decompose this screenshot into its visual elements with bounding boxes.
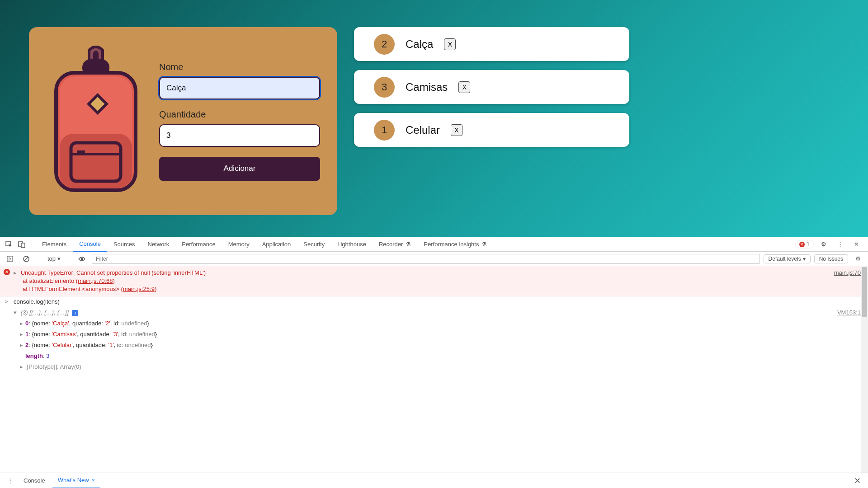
tab-elements[interactable]: Elements (36, 237, 73, 252)
error-dot-icon: ✕ (799, 242, 805, 247)
svg-point-15 (81, 258, 83, 260)
array-entry: ▸1: {nome: 'Camisas', quantidade: '3', i… (0, 329, 868, 340)
chevron-down-icon: ▾ (803, 256, 806, 262)
list-item: 3 Camisas X (354, 70, 629, 104)
backpack-image (46, 46, 146, 197)
delete-button[interactable]: X (458, 81, 470, 93)
array-prototype: ▸[[Prototype]]: Array(0) (0, 361, 868, 372)
stack-link[interactable]: main.js:25:9 (123, 286, 155, 292)
name-label: Nome (159, 62, 320, 72)
qty-input[interactable] (159, 124, 320, 147)
tab-memory[interactable]: Memory (222, 237, 256, 252)
drawer-tab-whatsnew[interactable]: What's New× (52, 473, 101, 488)
expand-arrow-icon[interactable]: ▸ (20, 363, 25, 371)
delete-button[interactable]: X (444, 38, 456, 50)
expand-arrow-icon[interactable]: ▸ (20, 319, 25, 328)
error-count: 1 (807, 241, 810, 248)
array-entry: ▸2: {nome: 'Celular', quantidade: '1', i… (0, 340, 868, 351)
separator (68, 254, 68, 263)
sidebar-toggle-icon[interactable] (5, 254, 14, 263)
context-selector[interactable]: top▾ (47, 255, 61, 262)
add-button[interactable]: Adicionar (159, 157, 320, 181)
svg-rect-4 (71, 143, 121, 181)
scrollbar[interactable] (861, 266, 868, 473)
expand-arrow-icon[interactable]: ▸ (20, 330, 25, 338)
stack-line: at atualizaElemento (main.js:70:68) (14, 277, 863, 285)
console-input-line: console.log(itens) (0, 296, 868, 307)
item-name: Camisas (406, 81, 448, 94)
gear-icon[interactable]: ⚙ (819, 240, 828, 249)
experiment-icon: ⚗ (406, 241, 411, 248)
svg-line-14 (24, 257, 28, 261)
qty-badge: 3 (374, 77, 395, 98)
list-item: 1 Celular X (354, 113, 629, 147)
levels-selector[interactable]: Default levels▾ (764, 254, 811, 263)
svg-rect-10 (21, 243, 25, 248)
expand-arrow-icon[interactable]: ▾ (14, 309, 19, 317)
error-message: Uncaught TypeError: Cannot set propertie… (21, 269, 206, 276)
devtools-panel: Elements Console Sources Network Perform… (0, 237, 868, 488)
output-source-link[interactable]: VM153:1 (837, 309, 861, 317)
error-source-link[interactable]: main.js:70 (834, 269, 861, 277)
error-icon: ✕ (4, 269, 10, 275)
close-icon[interactable]: ✕ (850, 476, 864, 486)
inspect-icon[interactable] (5, 240, 14, 249)
separator (40, 254, 40, 263)
item-name: Celular (406, 124, 440, 136)
chevron-down-icon: ▾ (57, 255, 61, 262)
console-toolbar: top▾ Default levels▾ No Issues ⚙ (0, 252, 868, 266)
list-item: 2 Calça X (354, 27, 629, 61)
item-name: Calça (406, 38, 433, 51)
array-entry: ▸0: {nome: 'Calça', quantidade: '2', id:… (0, 318, 868, 329)
delete-button[interactable]: X (451, 124, 462, 136)
drawer-tab-console[interactable]: Console (18, 473, 51, 488)
name-input[interactable] (159, 77, 320, 99)
stack-line: at HTMLFormElement.<anonymous> (main.js:… (14, 285, 863, 293)
tab-console[interactable]: Console (73, 237, 107, 252)
tab-sources[interactable]: Sources (107, 237, 142, 252)
separator (32, 240, 32, 249)
qty-badge: 1 (374, 120, 395, 141)
tab-recorder[interactable]: Recorder⚗ (373, 237, 417, 252)
tab-lighthouse[interactable]: Lighthouse (331, 237, 373, 252)
tab-security[interactable]: Security (297, 237, 331, 252)
close-tab-icon[interactable]: × (92, 477, 95, 483)
issues-button[interactable]: No Issues (814, 254, 848, 263)
qty-label: Quantidade (159, 109, 320, 120)
eye-icon[interactable] (77, 254, 86, 263)
kebab-icon[interactable]: ⋮ (5, 476, 14, 485)
scrollbar-thumb[interactable] (862, 267, 867, 317)
experiment-icon: ⚗ (481, 241, 487, 248)
close-icon[interactable]: ✕ (852, 240, 861, 249)
tab-performance[interactable]: Performance (175, 237, 222, 252)
error-count-badge[interactable]: ✕ 1 (795, 240, 814, 249)
form-fields: Nome Quantidade Adicionar (159, 62, 320, 181)
devtools-tabs: Elements Console Sources Network Perform… (0, 237, 868, 252)
kebab-icon[interactable]: ⋮ (835, 240, 844, 249)
stack-link[interactable]: main.js:70:68 (78, 277, 113, 284)
form-card: Nome Quantidade Adicionar (29, 27, 337, 215)
tab-performance-insights[interactable]: Performance insights⚗ (417, 237, 493, 252)
device-toggle-icon[interactable] (17, 240, 26, 249)
console-error: ✕ ▸ Uncaught TypeError: Cannot set prope… (0, 266, 868, 296)
console-output-line: ▾ (3) [{…}, {…}, {…}] i VM153:1 (0, 307, 868, 318)
array-length: length: 3 (0, 351, 868, 361)
console-body[interactable]: ✕ ▸ Uncaught TypeError: Cannot set prope… (0, 266, 868, 473)
expand-arrow-icon[interactable]: ▸ (20, 341, 25, 349)
tab-application[interactable]: Application (256, 237, 297, 252)
expand-arrow-icon[interactable]: ▸ (14, 269, 19, 277)
svg-rect-6 (77, 150, 85, 154)
qty-badge: 2 (374, 34, 395, 55)
tab-network[interactable]: Network (142, 237, 176, 252)
clear-console-icon[interactable] (22, 254, 31, 263)
app-area: Nome Quantidade Adicionar 2 Calça X 3 Ca… (0, 0, 868, 237)
devtools-drawer: ⋮ Console What's New× ✕ (0, 473, 868, 488)
info-badge-icon[interactable]: i (72, 310, 78, 316)
filter-input[interactable] (92, 254, 760, 264)
gear-icon[interactable]: ⚙ (854, 254, 863, 263)
item-list: 2 Calça X 3 Camisas X 1 Celular X (354, 27, 629, 147)
